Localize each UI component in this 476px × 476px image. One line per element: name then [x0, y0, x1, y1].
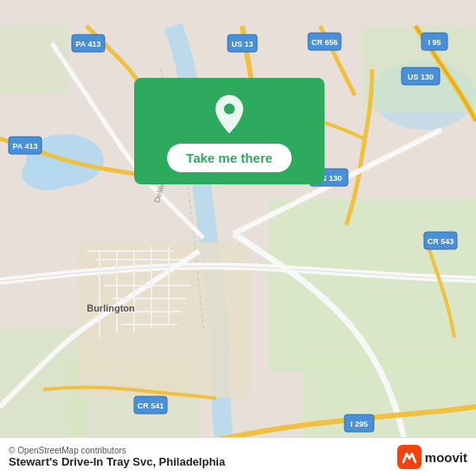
location-pin-icon [209, 93, 250, 135]
svg-rect-4 [268, 199, 476, 372]
svg-text:CR 541: CR 541 [138, 402, 164, 410]
card-overlay: Take me there [134, 78, 325, 184]
svg-text:US 130: US 130 [408, 73, 434, 81]
svg-text:US 13: US 13 [231, 40, 253, 48]
svg-text:Burlington: Burlington [87, 303, 135, 313]
location-name: Stewart's Drive-In Tray Svc, Philadelphi… [9, 455, 225, 468]
osm-attribution: © OpenStreetMap contributors [9, 446, 225, 455]
bottom-bar: © OpenStreetMap contributors Stewart's D… [0, 437, 476, 476]
svg-text:CR 656: CR 656 [312, 38, 338, 47]
bottom-info: © OpenStreetMap contributors Stewart's D… [9, 446, 225, 468]
svg-text:PA 413: PA 413 [75, 40, 100, 48]
svg-rect-9 [0, 26, 69, 95]
svg-point-46 [224, 104, 235, 114]
take-me-there-button[interactable]: Take me there [167, 144, 292, 172]
map-svg: US 13 PA 413 PA 413 CR 656 I 95 CR 628 U… [0, 0, 476, 476]
moovit-label: moovit [425, 450, 467, 465]
svg-text:I 295: I 295 [351, 420, 368, 428]
svg-text:I 95: I 95 [428, 38, 441, 47]
svg-rect-5 [303, 355, 476, 450]
moovit-icon [397, 445, 421, 469]
moovit-logo: moovit [397, 445, 467, 469]
map-container: US 13 PA 413 PA 413 CR 656 I 95 CR 628 U… [0, 0, 476, 476]
svg-text:CR 543: CR 543 [428, 237, 454, 246]
svg-text:PA 413: PA 413 [12, 142, 37, 151]
